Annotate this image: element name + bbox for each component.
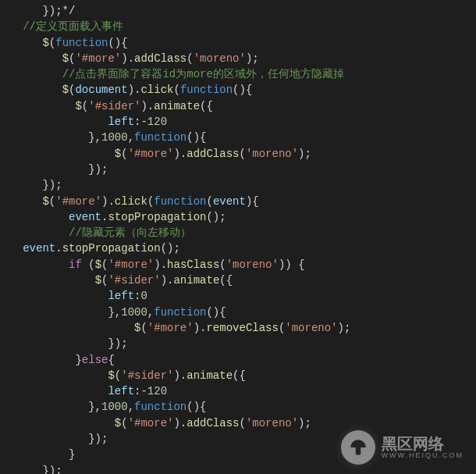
code-editor[interactable]: });*/ //定义页面载入事件 $(function(){ $('#more'…: [0, 0, 476, 474]
comment: //点击界面除了容器id为more的区域外，任何地方隐藏掉: [62, 68, 344, 80]
comment: //定义页面载入事件: [23, 20, 123, 33]
comment: //隐藏元素（向左移动）: [69, 226, 191, 239]
code-text: });*/: [3, 5, 75, 17]
